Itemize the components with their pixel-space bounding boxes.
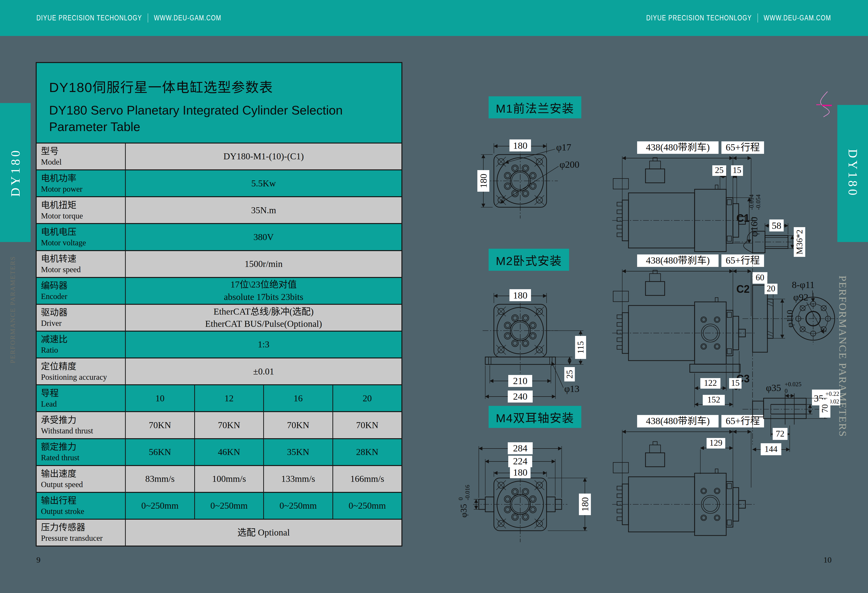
pink-squiggle (816, 92, 832, 117)
dim-m2-152: 152 (707, 395, 720, 404)
dim-m2-122: 122 (704, 378, 717, 387)
row-label-en: Positioning accuracy (41, 372, 125, 382)
table-row-motor-voltage: 电机电压Motor voltage 380V (37, 223, 402, 250)
row-value: 0~250mm (263, 493, 332, 519)
svg-text:-0.054: -0.054 (755, 194, 762, 210)
row-value: 56KN (126, 439, 194, 465)
row-label-en: Withstand thrust (41, 426, 125, 436)
table-row-positioning-accuracy: 定位精度Positioning accuracy ±0.01 (37, 358, 402, 384)
row-value: 35N.m (126, 197, 402, 223)
svg-text:φ35: φ35 (766, 382, 781, 393)
row-label-zh: 电机转速 (41, 253, 125, 265)
table-row-ratio: 减速比Ratio 1:3 (37, 331, 402, 358)
dim-m1-height: 180 (478, 174, 489, 188)
row-label-zh: 输出速度 (41, 468, 125, 480)
catalog-page: DIYUE PRECISION TECHONLOGY WWW.DEU-GAM.C… (0, 0, 868, 593)
svg-text:-0.014: -0.014 (748, 194, 755, 210)
dim-c1-58: 58 (772, 220, 781, 231)
m1-side-view: 438(480带刹车) 65+行程 25 15 φ160 -0.014 -0.0… (612, 141, 764, 251)
svg-text:0: 0 (458, 497, 464, 500)
svg-text:+0.025: +0.025 (785, 381, 802, 387)
page-number-right: 10 (822, 555, 834, 565)
row-label-en: Output stroke (41, 507, 125, 516)
row-value: 35KN (263, 439, 332, 465)
table-row-motor-power: 电机功率Motor power 5.5Kw (37, 169, 402, 196)
row-label-en: Output speed (41, 480, 125, 489)
row-label-zh: 编码器 (41, 280, 125, 291)
dim-c2-60: 60 (756, 273, 764, 282)
dim-m4-284: 284 (513, 443, 527, 454)
m2-front-view: 180 115 25 210 240 φ13 (483, 289, 586, 402)
row-value: 100mm/s (194, 466, 263, 492)
svg-text:0: 0 (785, 387, 788, 394)
row-label-zh: 减速比 (41, 334, 125, 345)
header-band: DIYUE PRECISION TECHONLOGY WWW.DEU-GAM.C… (0, 0, 868, 36)
row-value: 1500r/min (126, 251, 402, 277)
table-row-output-speed: 输出速度Output speed 83mm/s 100mm/s 133mm/s … (37, 465, 402, 492)
row-label-zh: 压力传感器 (41, 522, 125, 533)
svg-text:φ160: φ160 (749, 217, 760, 237)
dim-m4-129: 129 (709, 438, 722, 448)
row-value: 1:3 (126, 331, 402, 358)
row-value: 5.5Kw (126, 170, 402, 196)
header-right: DIYUE PRECISION TECHONLOGY WWW.DEU-GAM.C… (646, 0, 831, 36)
row-value: 70KN (194, 412, 263, 438)
dim-m2-15: 15 (731, 378, 740, 387)
table-title-en: DY180 Servo Planetary Integrated Cylinde… (49, 102, 402, 135)
row-value: 70KN (332, 412, 402, 438)
row-label-en: Model (41, 157, 125, 167)
dim-m2-240: 240 (513, 391, 527, 402)
row-label-zh: 额定推力 (41, 441, 125, 453)
table-title-zh: DY180伺服行星一体电缸选型参数表 (49, 77, 402, 96)
dim-m4-length: 438(480带刹车) (646, 416, 710, 426)
row-value: DY180-M1-(10)-(C1) (126, 143, 402, 169)
row-value: 12 (194, 385, 263, 411)
row-value: 选配 Optional (126, 520, 402, 546)
dim-c3-144: 144 (765, 444, 778, 454)
header-divider (757, 13, 758, 22)
side-tab-model-left: DY180 (0, 103, 31, 242)
model-vertical-text: DY180 (8, 148, 22, 197)
row-label-zh: 驱动器 (41, 307, 125, 318)
dim-m1-length: 438(480带刹车) (646, 142, 710, 152)
dim-c2-holes: 8-φ11 (792, 279, 815, 290)
row-value: 0~250mm (332, 493, 402, 519)
row-value: 70KN (126, 412, 194, 438)
row-label-en: Motor power (41, 184, 125, 194)
row-label-zh: 定位精度 (41, 361, 125, 372)
dim-m1-stroke: 65+行程 (726, 142, 760, 152)
table-row-model: 型号Model DY180-M1-(10)-(C1) (37, 143, 402, 169)
table-row-output-stroke: 输出行程Output stroke 0~250mm 0~250mm 0~250m… (37, 492, 402, 519)
dim-m2-stroke: 65+行程 (726, 255, 760, 266)
brand-text: DIYUE PRECISION TECHONLOGY (36, 14, 142, 22)
row-label-en: Motor voltage (41, 238, 125, 248)
table-row-motor-torque: 电机扭矩Motor torque 35N.m (37, 196, 402, 223)
row-label-zh: 型号 (41, 146, 125, 157)
row-label-en: Ratio (41, 345, 125, 355)
page-number-left: 9 (36, 555, 40, 565)
svg-text:-0.016: -0.016 (464, 485, 471, 500)
row-label-en: Pressure transducer (41, 533, 125, 543)
table-row-pressure-transducer: 压力传感器Pressure transducer 选配 Optional (37, 519, 402, 546)
dim-m2-115: 115 (576, 341, 585, 354)
dim-c3-72: 72 (776, 429, 784, 438)
row-label-en: Motor speed (41, 265, 125, 275)
row-label-zh: 电机扭矩 (41, 200, 125, 211)
row-label-zh: 电机功率 (41, 173, 125, 184)
c1-drawing: 58 M36*2 (734, 217, 805, 444)
parameter-table: DY180伺服行星一体电缸选型参数表 DY180 Servo Planetary… (36, 62, 402, 547)
row-label-zh: 输出行程 (41, 495, 125, 507)
dim-c3-pin: φ35 +0.025 0 (766, 381, 802, 394)
table-row-withstand-thrust: 承受推力Withstand thrust 70KN 70KN 70KN 70KN (37, 411, 402, 438)
row-value: 28KN (332, 439, 402, 465)
dim-m1-25: 25 (715, 165, 723, 175)
row-label-zh: 导程 (41, 387, 125, 399)
row-value: ±0.01 (126, 358, 402, 384)
dim-m1-bolt-circle: φ200 (559, 159, 579, 170)
c2-drawing: 60 20 φ110 8-φ11 (743, 272, 838, 352)
row-value: 20 (332, 385, 402, 411)
website-text: WWW.DEU-GAM.COM (154, 14, 221, 22)
table-row-motor-speed: 电机转速Motor speed 1500r/min (37, 250, 402, 277)
website-text: WWW.DEU-GAM.COM (763, 14, 831, 22)
svg-text:φ35: φ35 (459, 504, 468, 518)
